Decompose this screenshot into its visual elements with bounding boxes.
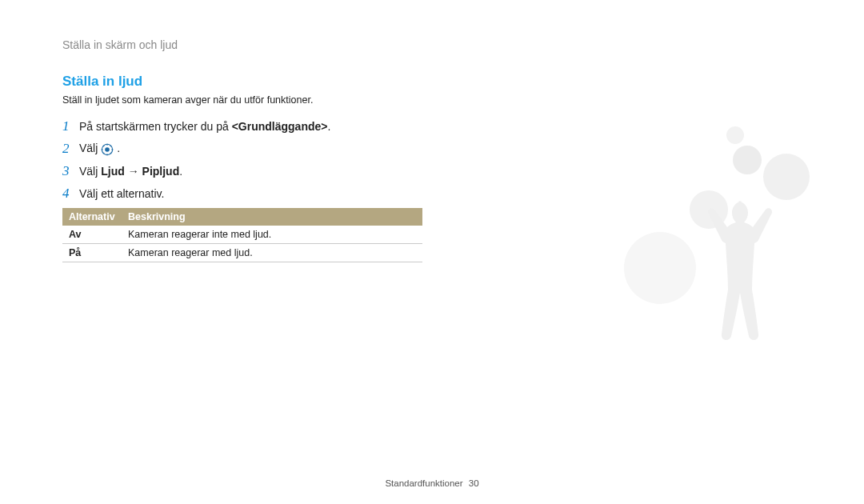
step-1: 1 På startskärmen trycker du på <Grundlä… <box>62 118 802 134</box>
table-row: På Kameran reagerar med ljud. <box>62 244 422 262</box>
steps-list: 1 På startskärmen trycker du på <Grundlä… <box>62 118 802 202</box>
step-3-suffix: . <box>179 165 182 178</box>
step-1-prefix: På startskärmen trycker du på <box>79 120 232 133</box>
cell-alt: På <box>62 244 122 262</box>
col-alternativ: Alternativ <box>62 208 122 226</box>
step-3-prefix: Välj <box>79 165 101 178</box>
section-intro: Ställ in ljudet som kameran avger när du… <box>62 94 802 106</box>
page-footer: Standardfunktioner 30 <box>0 478 864 488</box>
step-number: 3 <box>62 163 72 179</box>
step-4: 4 Välj ett alternativ. <box>62 186 802 202</box>
col-beskrivning: Beskrivning <box>122 208 422 226</box>
child-silhouette-icon <box>682 196 786 380</box>
step-3-bold: Ljud → Pipljud <box>101 165 179 178</box>
breadcrumb: Ställa in skärm och ljud <box>62 38 802 51</box>
manual-page: Ställa in skärm och ljud Ställa in ljud … <box>0 0 864 504</box>
page-number: 30 <box>469 478 479 488</box>
step-text: Välj Ljud → Pipljud. <box>79 165 182 178</box>
step-text: Välj . <box>79 142 120 155</box>
cell-desc: Kameran reagerar med ljud. <box>122 244 422 262</box>
step-text: Välj ett alternativ. <box>79 187 164 200</box>
step-text: På startskärmen trycker du på <Grundlägg… <box>79 120 330 133</box>
step-2-before: Välj <box>79 142 101 154</box>
cell-alt: Av <box>62 226 122 244</box>
settings-gear-icon <box>101 143 114 156</box>
cell-desc: Kameran reagerar inte med ljud. <box>122 226 422 244</box>
section-title: Ställa in ljud <box>62 74 802 90</box>
step-2-after: . <box>117 142 120 154</box>
step-1-suffix: . <box>327 120 330 133</box>
step-1-bold: <Grundläggande> <box>232 120 328 133</box>
table-row: Av Kameran reagerar inte med ljud. <box>62 226 422 244</box>
options-table: Alternativ Beskrivning Av Kameran reager… <box>62 208 422 262</box>
footer-label: Standardfunktioner <box>385 478 462 488</box>
table-header-row: Alternativ Beskrivning <box>62 208 422 226</box>
svg-point-1 <box>105 147 110 152</box>
step-3: 3 Välj Ljud → Pipljud. <box>62 163 802 179</box>
step-number: 2 <box>62 141 72 157</box>
bubble-icon <box>624 232 696 304</box>
step-number: 4 <box>62 186 72 202</box>
step-number: 1 <box>62 118 72 134</box>
step-2: 2 Välj . <box>62 141 802 157</box>
